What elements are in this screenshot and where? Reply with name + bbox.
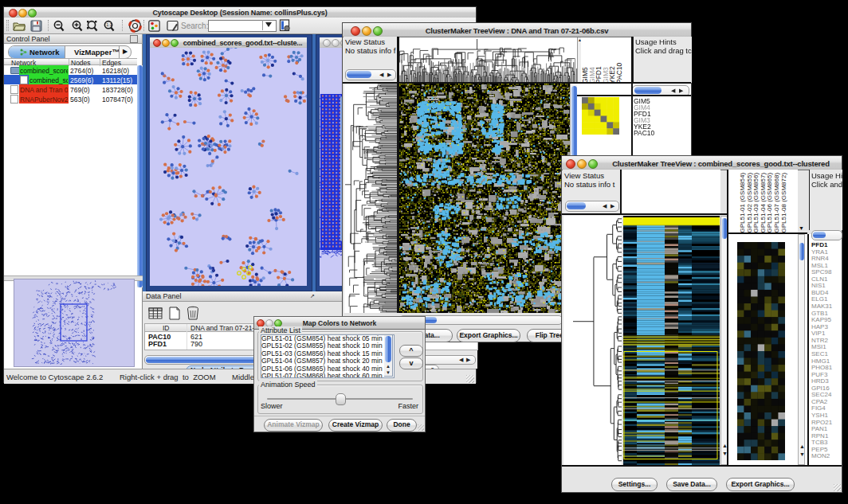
svg-text:1:1: 1:1 <box>106 22 112 27</box>
